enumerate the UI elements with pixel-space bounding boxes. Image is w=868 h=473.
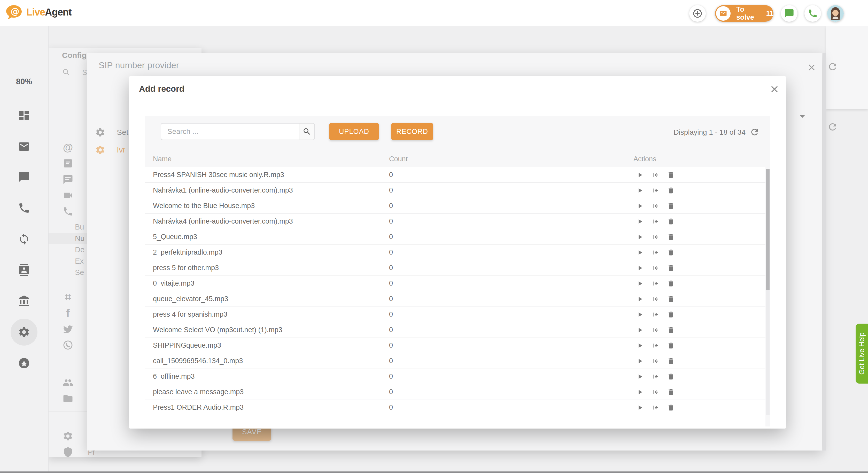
play-button[interactable] — [636, 372, 644, 381]
calls-button[interactable] — [804, 5, 821, 22]
upload-button[interactable]: UPLOAD — [330, 123, 379, 140]
skip-start-button[interactable] — [651, 341, 660, 350]
skip-start-button[interactable] — [651, 264, 660, 272]
play-button[interactable] — [636, 295, 644, 303]
sidebar-item-star-circle[interactable] — [0, 356, 48, 371]
trash-button[interactable] — [666, 295, 675, 303]
sidebar-item-sync[interactable] — [0, 232, 48, 246]
sidebar-item-dashboard[interactable] — [0, 108, 48, 123]
skip-start-button[interactable] — [651, 279, 660, 288]
trash-button[interactable] — [666, 202, 675, 210]
sip-nav-ivr[interactable]: Ivr — [95, 142, 125, 158]
close-button[interactable] — [806, 62, 817, 73]
skip-start-button[interactable] — [651, 310, 660, 319]
trash-icon — [667, 202, 675, 210]
record-name: Press1 ORDER Audio.R.mp3 — [153, 400, 244, 415]
trash-icon — [667, 249, 675, 257]
record-label: RECORD — [396, 128, 428, 136]
sidebar-item-bank[interactable] — [0, 294, 48, 308]
skip-start-button[interactable] — [651, 217, 660, 226]
trash-button[interactable] — [666, 233, 675, 241]
skip-start-button[interactable] — [651, 357, 660, 365]
play-button[interactable] — [636, 233, 644, 241]
record-count: 0 — [389, 369, 393, 384]
table-refresh-button[interactable] — [750, 127, 760, 137]
skip-start-button[interactable] — [651, 248, 660, 257]
record-count: 0 — [389, 338, 393, 353]
trash-button[interactable] — [666, 341, 675, 350]
skip-start-button[interactable] — [651, 171, 660, 179]
refresh-icon — [827, 61, 838, 72]
config-subitem-label: De — [75, 245, 85, 254]
skip-start-icon — [652, 249, 659, 257]
sidebar-item-phone[interactable] — [0, 201, 48, 215]
table-scrollbar-thumb[interactable] — [766, 169, 770, 290]
trash-button[interactable] — [666, 171, 675, 179]
play-button[interactable] — [636, 403, 644, 412]
trash-button[interactable] — [666, 264, 675, 272]
provider-select[interactable] — [796, 109, 809, 123]
skip-start-button[interactable] — [651, 186, 660, 195]
skip-start-button[interactable] — [651, 403, 660, 412]
add-new-button[interactable] — [689, 5, 706, 22]
get-live-help-tab[interactable]: Get Live Help — [856, 324, 868, 384]
user-avatar[interactable] — [827, 5, 844, 22]
to-solve-mail-badge — [716, 6, 731, 21]
list-refresh-button[interactable] — [827, 121, 838, 132]
skip-start-button[interactable] — [651, 202, 660, 210]
trash-button[interactable] — [666, 310, 675, 319]
sidebar-item-mail[interactable] — [0, 139, 48, 154]
pagination-status: Displaying 1 - 18 of 34 — [674, 128, 746, 137]
trash-button[interactable] — [666, 248, 675, 257]
trash-button[interactable] — [666, 326, 675, 334]
trash-button[interactable] — [666, 388, 675, 396]
trash-button[interactable] — [666, 357, 675, 365]
column-header-count: Count — [389, 155, 408, 163]
people-icon — [63, 377, 73, 388]
play-button[interactable] — [636, 279, 644, 288]
skip-start-button[interactable] — [651, 388, 660, 396]
page-refresh-button[interactable] — [827, 61, 838, 72]
config-subitem-label: Se — [75, 268, 84, 277]
chats-button[interactable] — [781, 5, 798, 22]
play-icon — [636, 326, 644, 334]
play-button[interactable] — [636, 186, 644, 195]
skip-start-button[interactable] — [651, 372, 660, 381]
skip-start-icon — [652, 311, 659, 319]
sidebar-item-chat[interactable] — [0, 170, 48, 184]
play-button[interactable] — [636, 202, 644, 210]
trash-button[interactable] — [666, 279, 675, 288]
page-scrollbar[interactable] — [823, 53, 826, 450]
play-button[interactable] — [636, 357, 644, 365]
play-button[interactable] — [636, 217, 644, 226]
skip-start-button[interactable] — [651, 326, 660, 334]
trash-button[interactable] — [666, 217, 675, 226]
to-solve-button[interactable]: To solve 11 — [715, 5, 773, 22]
close-button[interactable] — [768, 83, 781, 95]
table-scrollbar[interactable] — [766, 169, 770, 415]
trash-button[interactable] — [666, 186, 675, 195]
mail-icon — [719, 9, 727, 17]
play-button[interactable] — [636, 388, 644, 396]
liveagent-logo[interactable]: @ LiveAgent — [6, 5, 71, 20]
play-button[interactable] — [636, 310, 644, 319]
skip-start-button[interactable] — [651, 233, 660, 241]
record-search — [161, 123, 315, 140]
play-button[interactable] — [636, 248, 644, 257]
record-count: 0 — [389, 291, 393, 306]
play-icon — [636, 295, 644, 303]
sidebar-item-contacts[interactable] — [0, 263, 48, 277]
search-button[interactable] — [299, 123, 315, 140]
trash-button[interactable] — [666, 403, 675, 412]
trash-icon — [667, 311, 675, 319]
play-button[interactable] — [636, 341, 644, 350]
play-button[interactable] — [636, 326, 644, 334]
refresh-icon — [750, 127, 760, 137]
sidebar-item-gear[interactable] — [0, 319, 48, 346]
play-button[interactable] — [636, 171, 644, 179]
search-input[interactable] — [161, 123, 299, 140]
record-button[interactable]: RECORD — [392, 123, 433, 140]
skip-start-button[interactable] — [651, 295, 660, 303]
play-button[interactable] — [636, 264, 644, 272]
trash-button[interactable] — [666, 372, 675, 381]
